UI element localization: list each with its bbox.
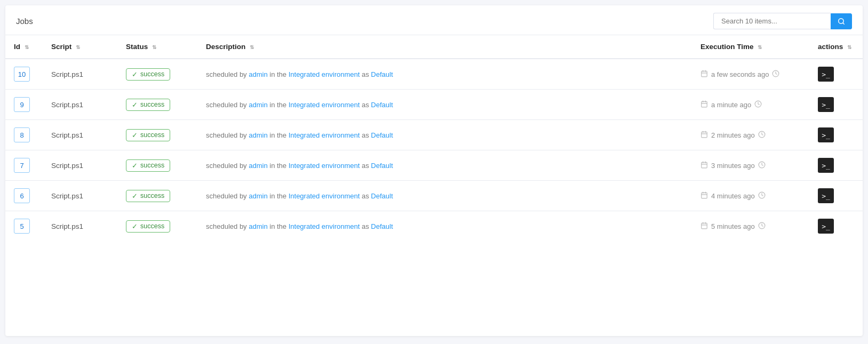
calendar-icon-4: [700, 191, 708, 201]
table-row: 6 Script.ps1 ✓ success scheduled by admi…: [5, 181, 863, 211]
table-header-row: Id ⇅ Script ⇅ Status ⇅ Description ⇅ Exe…: [5, 35, 863, 59]
terminal-icon-3: >_: [822, 162, 830, 170]
status-badge-0: ✓ success: [126, 68, 170, 81]
desc-env-link-5[interactable]: Integrated environment: [289, 222, 360, 230]
desc-default-link-5[interactable]: Default: [371, 222, 393, 230]
cell-script-0: Script.ps1: [43, 59, 117, 90]
sort-icon-script: ⇅: [76, 44, 80, 50]
cell-status-0: ✓ success: [117, 59, 197, 90]
desc-default-link-0[interactable]: Default: [371, 70, 393, 78]
col-header-actions[interactable]: actions ⇅: [809, 35, 863, 59]
table-row: 10 Script.ps1 ✓ success scheduled by adm…: [5, 59, 863, 90]
desc-env-link-2[interactable]: Integrated environment: [289, 131, 360, 139]
action-button-1[interactable]: >_: [818, 97, 834, 112]
exec-time-0: a few seconds ago: [700, 70, 801, 79]
action-button-4[interactable]: >_: [818, 188, 834, 203]
svg-rect-12: [702, 132, 707, 138]
col-header-exec-time[interactable]: Execution Time ⇅: [692, 35, 809, 59]
cell-actions-0: >_: [809, 59, 863, 90]
col-header-description[interactable]: Description ⇅: [197, 35, 692, 59]
col-header-status[interactable]: Status ⇅: [117, 35, 197, 59]
cell-status-4: ✓ success: [117, 181, 197, 211]
calendar-icon-0: [700, 70, 708, 79]
page-title: Jobs: [16, 17, 33, 26]
cell-exec-2: 2 minutes ago: [692, 120, 809, 150]
description-cell-1: scheduled by admin in the Integrated env…: [206, 101, 393, 109]
exec-time-text-1: a minute ago: [711, 101, 751, 109]
table-row: 9 Script.ps1 ✓ success scheduled by admi…: [5, 90, 863, 120]
status-check-icon-1: ✓: [132, 101, 138, 109]
terminal-icon-4: >_: [822, 192, 830, 200]
desc-default-link-4[interactable]: Default: [371, 192, 393, 200]
svg-rect-7: [702, 101, 707, 107]
cell-status-1: ✓ success: [117, 90, 197, 120]
desc-user-link-3[interactable]: admin: [249, 162, 267, 170]
col-header-script[interactable]: Script ⇅: [43, 35, 117, 59]
description-cell-3: scheduled by admin in the Integrated env…: [206, 162, 393, 170]
cell-desc-2: scheduled by admin in the Integrated env…: [197, 120, 692, 150]
cell-script-5: Script.ps1: [43, 211, 117, 242]
desc-user-link-2[interactable]: admin: [249, 131, 267, 139]
action-button-0[interactable]: >_: [818, 67, 834, 82]
action-button-5[interactable]: >_: [818, 219, 834, 234]
terminal-icon-5: >_: [822, 222, 830, 230]
cell-exec-4: 4 minutes ago: [692, 181, 809, 211]
terminal-icon-1: >_: [822, 101, 830, 109]
cell-desc-4: scheduled by admin in the Integrated env…: [197, 181, 692, 211]
sort-icon-actions: ⇅: [847, 44, 851, 50]
cell-exec-0: a few seconds ago: [692, 59, 809, 90]
desc-user-link-1[interactable]: admin: [249, 101, 267, 109]
jobs-table: Id ⇅ Script ⇅ Status ⇅ Description ⇅ Exe…: [5, 35, 863, 241]
exec-time-text-0: a few seconds ago: [711, 70, 769, 78]
exec-time-1: a minute ago: [700, 100, 801, 109]
id-badge-4: 6: [14, 188, 30, 203]
col-header-id[interactable]: Id ⇅: [5, 35, 43, 59]
cell-id-5: 5: [5, 211, 43, 242]
cell-script-4: Script.ps1: [43, 181, 117, 211]
desc-env-link-0[interactable]: Integrated environment: [289, 70, 360, 78]
status-check-icon-3: ✓: [132, 162, 138, 170]
cell-id-2: 8: [5, 120, 43, 150]
desc-user-link-4[interactable]: admin: [249, 192, 267, 200]
exec-time-text-4: 4 minutes ago: [711, 192, 755, 200]
cell-desc-3: scheduled by admin in the Integrated env…: [197, 150, 692, 181]
status-check-icon-2: ✓: [132, 131, 138, 139]
desc-env-link-4[interactable]: Integrated environment: [289, 192, 360, 200]
cell-script-1: Script.ps1: [43, 90, 117, 120]
page-header: Jobs: [5, 5, 863, 35]
status-badge-3: ✓ success: [126, 159, 170, 172]
desc-default-link-3[interactable]: Default: [371, 162, 393, 170]
status-badge-4: ✓ success: [126, 190, 170, 202]
desc-user-link-5[interactable]: admin: [249, 222, 267, 230]
search-button[interactable]: [831, 13, 852, 29]
exec-time-text-5: 5 minutes ago: [711, 222, 755, 230]
cell-desc-1: scheduled by admin in the Integrated env…: [197, 90, 692, 120]
id-badge-3: 7: [14, 158, 30, 173]
sort-icon-exec: ⇅: [758, 44, 762, 50]
action-button-2[interactable]: >_: [818, 127, 834, 142]
jobs-page: Jobs Id ⇅ Script ⇅ Stat: [5, 5, 863, 336]
status-badge-2: ✓ success: [126, 129, 170, 141]
cell-exec-1: a minute ago: [692, 90, 809, 120]
cell-actions-5: >_: [809, 211, 863, 242]
action-button-3[interactable]: >_: [818, 158, 834, 173]
search-input[interactable]: [713, 13, 831, 29]
desc-default-link-1[interactable]: Default: [371, 101, 393, 109]
svg-rect-22: [702, 193, 707, 198]
svg-line-1: [843, 22, 845, 24]
clock-icon-2: [758, 131, 766, 140]
cell-status-5: ✓ success: [117, 211, 197, 242]
status-badge-1: ✓ success: [126, 99, 170, 111]
cell-id-4: 6: [5, 181, 43, 211]
status-badge-5: ✓ success: [126, 220, 170, 233]
desc-default-link-2[interactable]: Default: [371, 131, 393, 139]
cell-id-3: 7: [5, 150, 43, 181]
svg-rect-2: [702, 71, 707, 77]
calendar-icon-3: [700, 161, 708, 170]
exec-time-text-2: 2 minutes ago: [711, 131, 755, 139]
exec-time-2: 2 minutes ago: [700, 131, 801, 140]
cell-actions-1: >_: [809, 90, 863, 120]
desc-env-link-1[interactable]: Integrated environment: [289, 101, 360, 109]
desc-env-link-3[interactable]: Integrated environment: [289, 162, 360, 170]
desc-user-link-0[interactable]: admin: [249, 70, 267, 78]
